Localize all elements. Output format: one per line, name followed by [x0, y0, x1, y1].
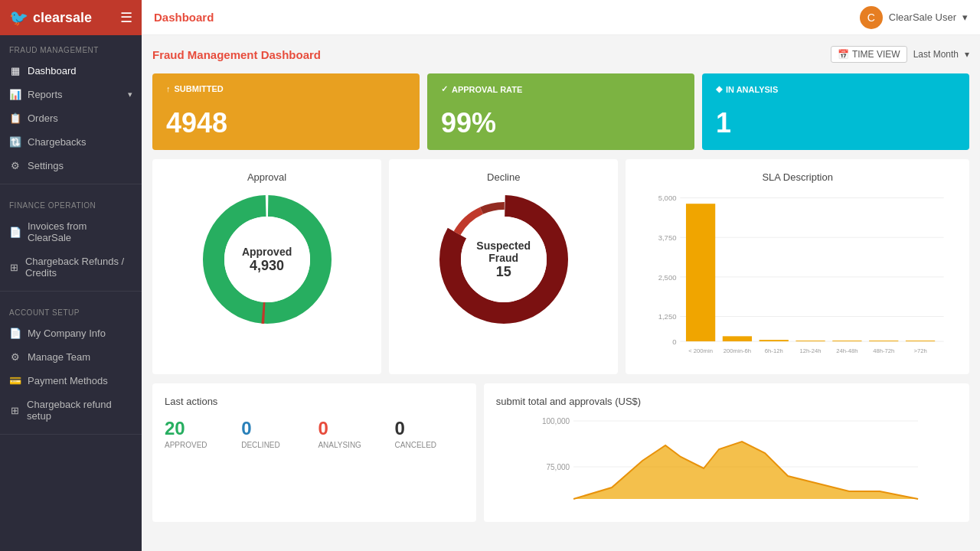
sidebar-item-orders[interactable]: 📋Orders: [0, 106, 142, 130]
svg-rect-17: [686, 204, 715, 341]
sidebar-item-label: Chargeback refund setup: [27, 399, 132, 422]
avatar: C: [860, 6, 883, 29]
stat-card-value: 4948: [166, 107, 406, 139]
sidebar-header: 🐦 clearsale ☰: [0, 0, 142, 35]
stat-card-icon: ✓: [441, 84, 448, 94]
user-menu[interactable]: C ClearSale User ▾: [860, 6, 968, 29]
action-stat-label: CANCELED: [395, 441, 436, 449]
stat-card-submitted: ↑SUBMITTED4948: [152, 73, 420, 150]
sidebar-section-label: FINANCE OPERATION: [0, 191, 142, 214]
stat-card-icon: ◆: [716, 84, 722, 94]
sidebar-item-label: Chargebacks: [28, 136, 87, 148]
time-period-label: Last Month: [913, 49, 959, 60]
svg-marker-35: [573, 442, 918, 499]
manage-team-icon: ⚙: [9, 351, 21, 363]
action-stat-label: APPROVED: [165, 441, 207, 449]
reports-icon: 📊: [9, 89, 21, 100]
payment-methods-icon: 💳: [9, 375, 21, 386]
sidebar-item-label: Dashboard: [28, 65, 77, 77]
svg-text:200min-6h: 200min-6h: [724, 347, 751, 354]
approval-donut-center: Approved 4,930: [242, 246, 292, 274]
svg-rect-18: [723, 336, 752, 341]
action-stat-declined: 0DECLINED: [241, 418, 310, 449]
hamburger-icon[interactable]: ☰: [120, 9, 132, 26]
sidebar-item-manage-team[interactable]: ⚙Manage Team: [0, 345, 142, 369]
sidebar-item-payment-methods[interactable]: 💳Payment Methods: [0, 369, 142, 393]
page-title: Fraud Management Dashboard: [152, 48, 321, 61]
svg-rect-21: [833, 341, 862, 341]
sidebar-item-label: Manage Team: [28, 351, 90, 363]
chevron-down-icon: ▾: [128, 90, 132, 99]
sidebar-divider: [0, 184, 142, 184]
stat-card-label: ↑SUBMITTED: [166, 84, 406, 93]
svg-text:48h-72h: 48h-72h: [873, 347, 894, 354]
sla-chart-svg: 5,000 3,750 2,500 1,250 0: [638, 191, 957, 359]
sidebar-item-label: My Company Info: [28, 328, 106, 339]
stat-card-approval-rate: ✓APPROVAL RATE99%: [427, 73, 694, 150]
bottom-row: Last actions 20APPROVED0DECLINED0ANALYSI…: [152, 383, 969, 522]
submit-approvals-card: submit total and approvals (US$) 100,000…: [484, 383, 969, 522]
action-stat-approved: 20APPROVED: [165, 418, 234, 449]
sidebar-item-settings[interactable]: ⚙Settings: [0, 154, 142, 178]
approval-center-value: 4,930: [242, 258, 292, 274]
action-stat-value: 0: [241, 418, 251, 439]
orders-icon: 📋: [9, 112, 21, 124]
chargeback-refund-setup-icon: ⊞: [9, 405, 21, 416]
time-view-button[interactable]: 📅 TIME VIEW: [831, 46, 907, 63]
svg-text:75,000: 75,000: [546, 463, 570, 471]
sidebar-item-dashboard[interactable]: ▦Dashboard: [0, 59, 142, 83]
submit-title: submit total and approvals (US$): [496, 396, 957, 407]
approval-chart-card: Approval Approved 4,930: [152, 159, 381, 374]
my-company-icon: 📄: [9, 328, 21, 339]
sidebar-divider: [0, 291, 142, 292]
sidebar-item-chargebacks[interactable]: 🔃Chargebacks: [0, 130, 142, 154]
chevron-down-icon[interactable]: ▾: [965, 49, 969, 60]
svg-text:6h-12h: 6h-12h: [765, 347, 783, 354]
action-stat-canceled: 0CANCELED: [395, 418, 464, 449]
time-view-label: TIME VIEW: [852, 49, 900, 60]
main-content: Dashboard C ClearSale User ▾ Fraud Manag…: [142, 0, 980, 551]
sidebar-item-reports[interactable]: 📊Reports▾: [0, 83, 142, 106]
chargeback-refunds-icon: ⊞: [9, 262, 19, 273]
svg-text:100,000: 100,000: [542, 417, 570, 425]
decline-chart-title: Decline: [401, 171, 606, 183]
approval-chart-title: Approval: [165, 171, 369, 183]
calendar-icon: 📅: [838, 49, 849, 60]
sla-chart-title: SLA Description: [638, 171, 957, 183]
user-label: ClearSale User: [889, 11, 956, 23]
svg-text:1,250: 1,250: [658, 312, 677, 321]
stat-card-icon: ↑: [166, 84, 171, 93]
topbar: Dashboard C ClearSale User ▾: [142, 0, 980, 35]
decline-chart-card: Decline Suspected Fraud 15: [389, 159, 618, 374]
dashboard-icon: ▦: [9, 65, 21, 77]
sidebar-item-invoices[interactable]: 📄Invoices from ClearSale: [0, 214, 142, 249]
svg-text:3,750: 3,750: [658, 233, 677, 242]
settings-icon: ⚙: [9, 160, 21, 171]
topbar-title: Dashboard: [154, 11, 214, 24]
time-view-control: 📅 TIME VIEW Last Month ▾: [831, 46, 969, 63]
stat-card-label-text: SUBMITTED: [175, 84, 224, 93]
sidebar-item-my-company[interactable]: 📄My Company Info: [0, 321, 142, 345]
stat-card-label: ✓APPROVAL RATE: [441, 84, 681, 94]
logo-icon: 🐦: [9, 8, 28, 27]
decline-center-label: Suspected Fraud: [469, 240, 538, 264]
sidebar-nav: FRAUD MANAGEMENT▦Dashboard📊Reports▾📋Orde…: [0, 35, 142, 441]
action-stat-label: DECLINED: [241, 441, 280, 449]
last-actions-title: Last actions: [165, 396, 464, 407]
sidebar-item-chargeback-refund-setup[interactable]: ⊞Chargeback refund setup: [0, 393, 142, 428]
chargebacks-icon: 🔃: [9, 136, 21, 148]
sidebar-item-chargeback-refunds[interactable]: ⊞Chargeback Refunds / Credits: [0, 249, 142, 285]
sla-bar-chart: 5,000 3,750 2,500 1,250 0: [638, 191, 957, 362]
charts-row: Approval Approved 4,930: [152, 159, 969, 374]
action-stat-label: ANALYSING: [318, 441, 361, 449]
sidebar-item-label: Orders: [28, 112, 58, 124]
logo: 🐦 clearsale: [9, 8, 92, 27]
chevron-down-icon: ▾: [962, 11, 968, 23]
svg-rect-19: [760, 340, 789, 341]
content-area: Fraud Management Dashboard 📅 TIME VIEW L…: [142, 35, 980, 551]
svg-text:< 200min: < 200min: [689, 347, 714, 354]
stat-cards: ↑SUBMITTED4948✓APPROVAL RATE99%◆IN ANALY…: [152, 73, 969, 150]
sidebar-divider: [0, 434, 142, 435]
sla-chart-card: SLA Description 5,000 3,750 2,500 1,250 …: [626, 159, 969, 374]
svg-text:>72h: >72h: [914, 347, 927, 354]
